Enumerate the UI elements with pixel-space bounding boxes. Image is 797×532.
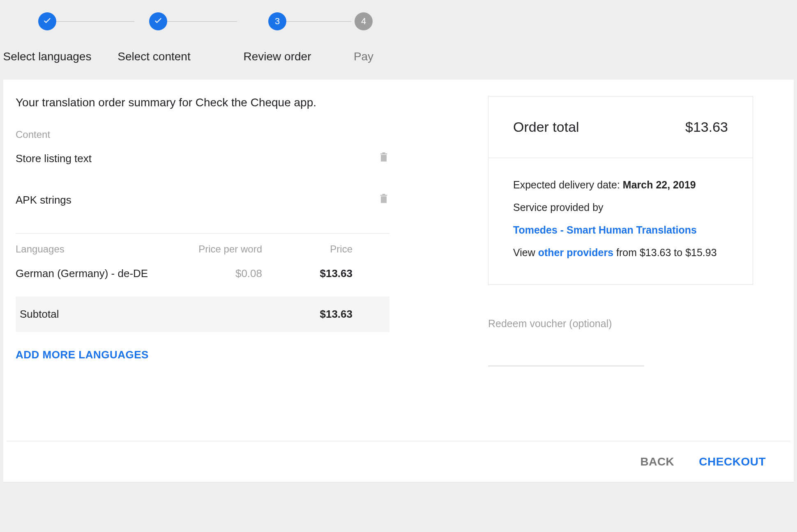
- summary-heading: Your translation order summary for Check…: [16, 96, 439, 109]
- voucher-label: Redeem voucher (optional): [488, 318, 753, 330]
- step-number-badge: 4: [355, 12, 373, 30]
- add-more-languages-link[interactable]: Add more languages: [16, 349, 149, 361]
- language-row: German (Germany) - de-DE $0.08 $13.63: [16, 267, 389, 280]
- delete-icon[interactable]: [378, 150, 389, 167]
- voucher-input[interactable]: [488, 350, 644, 366]
- step-select-content[interactable]: Select content: [92, 12, 216, 63]
- footer-actions: Back Checkout: [7, 441, 790, 482]
- service-provided-by: Service provided by: [513, 196, 728, 219]
- order-total-value: $13.63: [685, 119, 728, 135]
- col-languages: Languages: [16, 243, 184, 255]
- languages-table-header: Languages Price per word Price: [16, 243, 389, 255]
- order-total-box: Order total $13.63 Expected delivery dat…: [488, 96, 753, 285]
- step-review-order[interactable]: 3 Review order: [216, 12, 339, 63]
- check-icon: [149, 12, 167, 30]
- subtotal-value: $13.63: [262, 308, 352, 321]
- provider-link[interactable]: Tomedes - Smart Human Translations: [513, 219, 697, 241]
- content-item-label: APK strings: [16, 194, 71, 206]
- step-label: Pay: [354, 50, 373, 63]
- order-card: Your translation order summary for Check…: [3, 80, 794, 482]
- progress-stepper: Select languages Select content 3 Review…: [0, 0, 797, 80]
- language-name: German (Germany) - de-DE: [16, 267, 184, 280]
- language-price: $13.63: [262, 267, 352, 280]
- check-icon: [38, 12, 56, 30]
- back-button[interactable]: Back: [640, 455, 674, 468]
- order-total-label: Order total: [513, 119, 579, 135]
- step-label: Select languages: [3, 50, 92, 63]
- expected-delivery: Expected delivery date: March 22, 2019: [513, 174, 728, 196]
- step-label: Select content: [117, 50, 190, 63]
- col-price-per-word: Price per word: [184, 243, 262, 255]
- step-select-languages[interactable]: Select languages: [2, 12, 92, 63]
- step-label: Review order: [244, 50, 311, 63]
- step-pay: 4 Pay: [339, 12, 388, 63]
- language-ppw: $0.08: [184, 267, 262, 280]
- divider: [16, 233, 389, 234]
- checkout-button[interactable]: Checkout: [699, 455, 766, 468]
- content-item: APK strings: [16, 192, 389, 209]
- subtotal-row: Subtotal $13.63: [16, 296, 389, 332]
- content-item: Store listing text: [16, 150, 389, 167]
- step-number-badge: 3: [268, 12, 286, 30]
- col-price: Price: [262, 243, 352, 255]
- other-providers-link[interactable]: other providers: [538, 247, 613, 258]
- content-subhead: Content: [16, 129, 439, 140]
- content-item-label: Store listing text: [16, 152, 92, 165]
- subtotal-label: Subtotal: [16, 308, 184, 321]
- delete-icon[interactable]: [378, 192, 389, 209]
- other-providers-line: View other providers from $13.63 to $15.…: [513, 241, 728, 264]
